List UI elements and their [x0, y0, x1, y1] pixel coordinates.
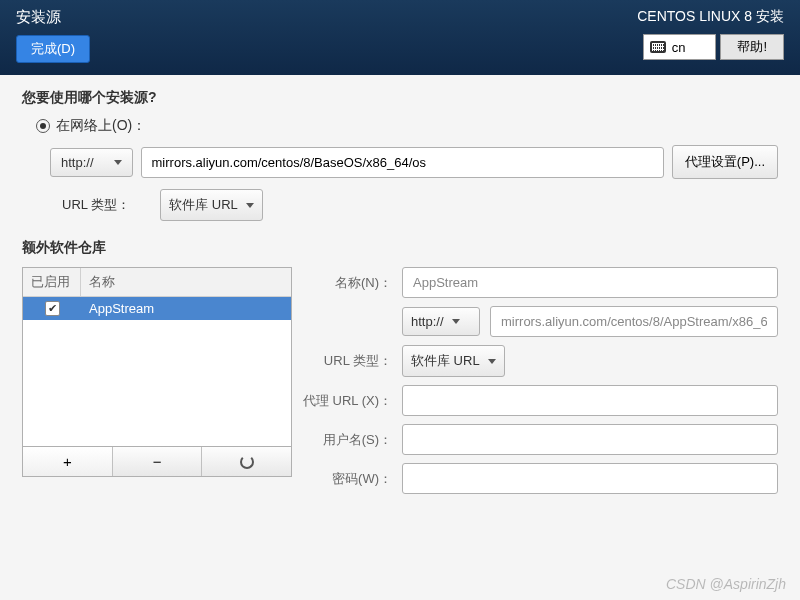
repos-section: 已启用 名称 ✔ AppStream + − 名称(N)：: [22, 267, 778, 494]
keyboard-icon: [650, 41, 666, 53]
page-title: 安装源: [16, 8, 90, 27]
detail-user-label: 用户名(S)：: [302, 431, 392, 449]
proxy-settings-button[interactable]: 代理设置(P)...: [672, 145, 778, 179]
reload-repo-button[interactable]: [202, 447, 291, 476]
source-url-row: http:// 代理设置(P)...: [50, 145, 778, 179]
checkbox-icon[interactable]: ✔: [45, 301, 60, 316]
chevron-down-icon: [488, 359, 496, 364]
lang-code: cn: [672, 40, 686, 55]
detail-user-input[interactable]: [402, 424, 778, 455]
repo-table-header: 已启用 名称: [23, 268, 291, 297]
detail-urltype-label: URL 类型：: [302, 352, 392, 370]
url-type-label: URL 类型：: [62, 196, 130, 214]
detail-proxy-label: 代理 URL (X)：: [302, 392, 392, 410]
repo-list-panel: 已启用 名称 ✔ AppStream + −: [22, 267, 292, 494]
radio-network-icon: [36, 119, 50, 133]
detail-pass-label: 密码(W)：: [302, 470, 392, 488]
detail-name-label: 名称(N)：: [302, 274, 392, 292]
repo-enabled-cell: ✔: [23, 301, 81, 316]
detail-name-row: 名称(N)：: [302, 267, 778, 298]
chevron-down-icon: [246, 203, 254, 208]
table-row[interactable]: ✔ AppStream: [23, 297, 291, 320]
chevron-down-icon: [114, 160, 122, 165]
content: 您要使用哪个安装源? 在网络上(O)： http:// 代理设置(P)... U…: [0, 75, 800, 508]
repo-name-cell: AppStream: [81, 301, 154, 316]
reload-icon: [240, 455, 254, 469]
additional-repos-title: 额外软件仓库: [22, 239, 778, 257]
protocol-value: http://: [61, 155, 94, 170]
url-type-row: URL 类型： 软件库 URL: [62, 189, 778, 221]
col-name: 名称: [81, 268, 123, 296]
detail-pass-input[interactable]: [402, 463, 778, 494]
detail-protocol-value: http://: [411, 314, 444, 329]
detail-proxy-input[interactable]: [402, 385, 778, 416]
header-left: 安装源 完成(D): [16, 8, 90, 67]
keyboard-layout-selector[interactable]: cn: [643, 34, 717, 60]
detail-pass-row: 密码(W)：: [302, 463, 778, 494]
source-question: 您要使用哪个安装源?: [22, 89, 778, 107]
detail-url-row: http://: [302, 306, 778, 337]
detail-name-input[interactable]: [402, 267, 778, 298]
repo-toolbar: + −: [22, 447, 292, 477]
detail-urltype-value: 软件库 URL: [411, 352, 480, 370]
detail-user-row: 用户名(S)：: [302, 424, 778, 455]
repo-detail-panel: 名称(N)： http:// URL 类型： 软件库 URL 代理 URL: [302, 267, 778, 494]
detail-protocol-dropdown[interactable]: http://: [402, 307, 480, 336]
detail-url-input[interactable]: [490, 306, 778, 337]
network-radio-row[interactable]: 在网络上(O)：: [36, 117, 778, 135]
detail-urltype-dropdown[interactable]: 软件库 URL: [402, 345, 505, 377]
protocol-dropdown[interactable]: http://: [50, 148, 133, 177]
url-type-dropdown[interactable]: 软件库 URL: [160, 189, 263, 221]
header-controls: cn 帮助!: [643, 34, 784, 60]
repo-table: 已启用 名称 ✔ AppStream: [22, 267, 292, 447]
header-bar: 安装源 完成(D) CENTOS LINUX 8 安装 cn 帮助!: [0, 0, 800, 75]
detail-proxy-row: 代理 URL (X)：: [302, 385, 778, 416]
done-button[interactable]: 完成(D): [16, 35, 90, 63]
installer-title: CENTOS LINUX 8 安装: [637, 8, 784, 26]
header-right: CENTOS LINUX 8 安装 cn 帮助!: [637, 8, 784, 67]
add-repo-button[interactable]: +: [23, 447, 113, 476]
help-button[interactable]: 帮助!: [720, 34, 784, 60]
source-url-input[interactable]: [141, 147, 664, 178]
col-enabled: 已启用: [23, 268, 81, 296]
url-type-value: 软件库 URL: [169, 196, 238, 214]
radio-network-label: 在网络上(O)：: [56, 117, 146, 135]
remove-repo-button[interactable]: −: [113, 447, 203, 476]
chevron-down-icon: [452, 319, 460, 324]
detail-urltype-row: URL 类型： 软件库 URL: [302, 345, 778, 377]
watermark: CSDN @AspirinZjh: [666, 576, 786, 592]
